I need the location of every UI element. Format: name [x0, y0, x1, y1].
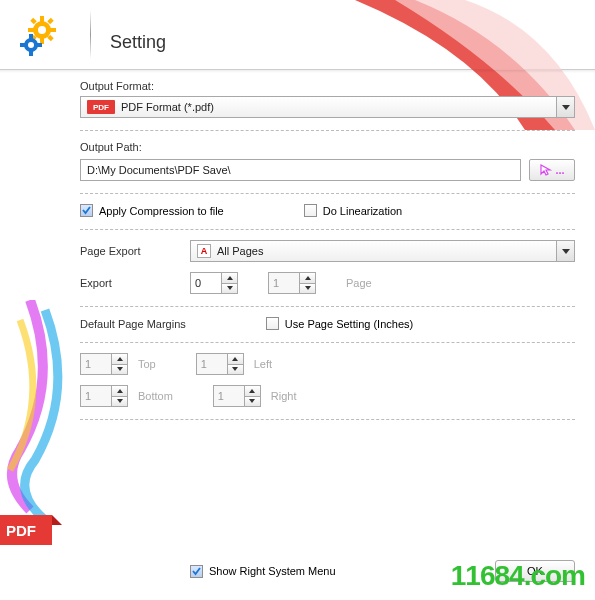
show-right-menu-label: Show Right System Menu [209, 565, 336, 577]
apply-compression-label: Apply Compression to file [99, 205, 224, 217]
output-format-value: PDF Format (*.pdf) [121, 101, 556, 113]
divider [80, 419, 575, 420]
divider [80, 342, 575, 343]
checkbox-unchecked-icon [266, 317, 279, 330]
export-from-input[interactable] [191, 273, 221, 293]
arrow-down-icon[interactable] [112, 365, 127, 375]
svg-text:PDF: PDF [6, 522, 36, 539]
apply-compression-checkbox[interactable]: Apply Compression to file [80, 204, 224, 217]
svg-point-11 [28, 42, 34, 48]
arrow-down-icon[interactable] [112, 397, 127, 407]
svg-rect-6 [30, 18, 36, 24]
export-label: Export [80, 277, 160, 289]
checkbox-unchecked-icon [304, 204, 317, 217]
svg-rect-4 [28, 28, 34, 32]
margin-right-label: Right [271, 390, 297, 402]
arrow-up-icon[interactable] [112, 354, 127, 365]
arrow-up-icon[interactable] [245, 386, 260, 397]
checkbox-checked-icon [190, 565, 203, 578]
margin-left-spinner[interactable] [196, 353, 244, 375]
arrow-down-icon[interactable] [222, 284, 237, 294]
output-format-combo[interactable]: PDF PDF Format (*.pdf) [80, 96, 575, 118]
pages-icon: A [197, 244, 211, 258]
pdf-badge-icon: PDF [87, 100, 115, 114]
svg-rect-12 [29, 34, 33, 39]
divider [80, 306, 575, 307]
divider [80, 229, 575, 230]
svg-rect-15 [37, 43, 42, 47]
margins-label: Default Page Margins [80, 318, 186, 330]
arrow-down-icon[interactable] [300, 284, 315, 294]
arrow-up-icon[interactable] [112, 386, 127, 397]
page-export-label: Page Export [80, 245, 160, 257]
chevron-down-icon [556, 241, 574, 261]
do-linearization-checkbox[interactable]: Do Linearization [304, 204, 403, 217]
margin-top-label: Top [138, 358, 156, 370]
margin-top-spinner[interactable] [80, 353, 128, 375]
arrow-down-icon[interactable] [228, 365, 243, 375]
arrow-up-icon[interactable] [228, 354, 243, 365]
page-export-value: All Pages [217, 245, 556, 257]
page-label: Page [346, 277, 372, 289]
margin-bottom-label: Bottom [138, 390, 173, 402]
svg-rect-16 [0, 515, 52, 545]
export-from-spinner[interactable] [190, 272, 238, 294]
svg-rect-14 [20, 43, 25, 47]
output-path-label: Output Path: [80, 141, 575, 153]
margin-left-label: Left [254, 358, 272, 370]
settings-icon [18, 12, 66, 60]
margin-right-spinner[interactable] [213, 385, 261, 407]
margin-right-input[interactable] [214, 386, 244, 406]
use-page-setting-label: Use Page Setting (Inches) [285, 318, 413, 330]
checkbox-checked-icon [80, 204, 93, 217]
svg-rect-13 [29, 51, 33, 56]
svg-rect-2 [40, 16, 44, 22]
page-title: Setting [110, 32, 166, 53]
show-right-menu-checkbox[interactable]: Show Right System Menu [190, 565, 336, 578]
arrow-up-icon[interactable] [300, 273, 315, 284]
margin-left-input[interactable] [197, 354, 227, 374]
margin-bottom-spinner[interactable] [80, 385, 128, 407]
svg-rect-5 [50, 28, 56, 32]
divider [80, 193, 575, 194]
cursor-icon [539, 163, 553, 177]
divider [80, 130, 575, 131]
chevron-down-icon [556, 97, 574, 117]
arrow-up-icon[interactable] [222, 273, 237, 284]
margin-bottom-input[interactable] [81, 386, 111, 406]
ok-button[interactable]: OK [495, 560, 575, 582]
browse-button[interactable]: ... [529, 159, 575, 181]
sidebar-decoration: PDF [0, 300, 75, 560]
output-path-input[interactable]: D:\My Documents\PDF Save\ [80, 159, 521, 181]
margin-top-input[interactable] [81, 354, 111, 374]
page-export-combo[interactable]: A All Pages [190, 240, 575, 262]
export-to-spinner[interactable] [268, 272, 316, 294]
do-linearization-label: Do Linearization [323, 205, 403, 217]
use-page-setting-checkbox[interactable]: Use Page Setting (Inches) [266, 317, 413, 330]
svg-point-1 [38, 26, 46, 34]
export-to-input[interactable] [269, 273, 299, 293]
output-format-label: Output Format: [80, 80, 575, 92]
svg-rect-8 [47, 18, 53, 24]
arrow-down-icon[interactable] [245, 397, 260, 407]
